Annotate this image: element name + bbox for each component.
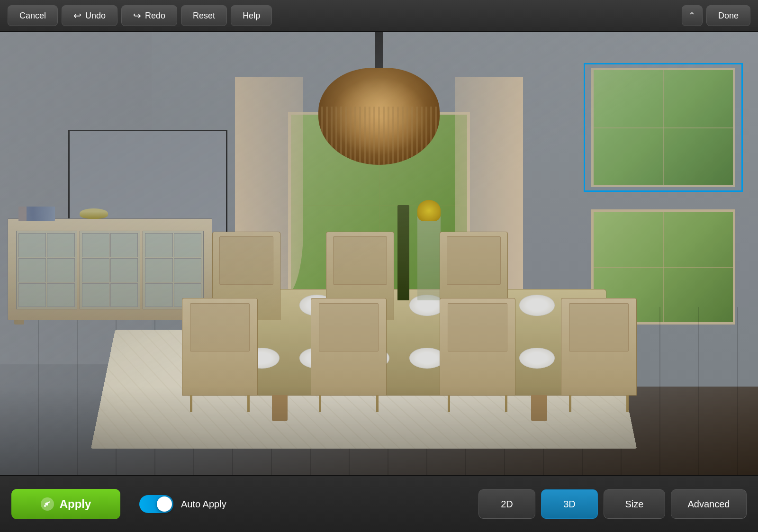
redo-label: Redo	[145, 11, 165, 21]
view-controls: 2D 3D Size Advanced	[478, 489, 747, 519]
advanced-label: Advanced	[688, 499, 730, 510]
chair-front-left	[182, 298, 258, 396]
btn-2d-label: 2D	[501, 499, 513, 510]
advanced-button[interactable]: Advanced	[671, 489, 747, 519]
apply-button[interactable]: Apply	[11, 489, 120, 519]
chandelier-body	[318, 68, 440, 165]
done-button[interactable]: Done	[706, 5, 750, 26]
undo-icon	[73, 10, 81, 21]
toolbar: Cancel Undo Redo Reset Help ⌃ Done	[0, 0, 758, 32]
reset-button[interactable]: Reset	[181, 5, 227, 26]
apply-label: Apply	[60, 497, 91, 511]
btn-3d-label: 3D	[563, 499, 576, 510]
chair-front-right	[440, 298, 515, 396]
undo-button[interactable]: Undo	[62, 5, 117, 26]
help-button[interactable]: Help	[231, 5, 272, 26]
size-button[interactable]: Size	[604, 489, 665, 519]
svg-point-0	[44, 505, 46, 507]
auto-apply-group: Auto Apply	[139, 495, 226, 513]
toggle-thumb	[157, 496, 172, 512]
redo-icon	[133, 10, 141, 21]
auto-apply-label: Auto Apply	[181, 499, 226, 510]
room-scene[interactable]	[0, 32, 758, 475]
done-label: Done	[718, 11, 739, 21]
chair-far-right	[561, 298, 637, 396]
cancel-button[interactable]: Cancel	[8, 5, 58, 26]
size-label: Size	[625, 499, 644, 510]
btn-3d[interactable]: 3D	[541, 489, 598, 519]
bottom-bar: Apply Auto Apply 2D 3D Size Advanced	[0, 475, 758, 532]
auto-apply-toggle[interactable]	[139, 495, 173, 513]
chandelier-chain	[375, 32, 383, 68]
help-label: Help	[243, 11, 260, 21]
chevron-up-icon: ⌃	[688, 10, 695, 21]
btn-2d[interactable]: 2D	[478, 489, 535, 519]
right-window-top	[591, 68, 735, 187]
apply-icon	[41, 497, 54, 511]
cancel-label: Cancel	[19, 11, 46, 21]
undo-label: Undo	[85, 11, 106, 21]
chair-front-center	[311, 298, 387, 396]
chevron-up-button[interactable]: ⌃	[682, 5, 703, 26]
redo-button[interactable]: Redo	[121, 5, 177, 26]
reset-label: Reset	[193, 11, 215, 21]
